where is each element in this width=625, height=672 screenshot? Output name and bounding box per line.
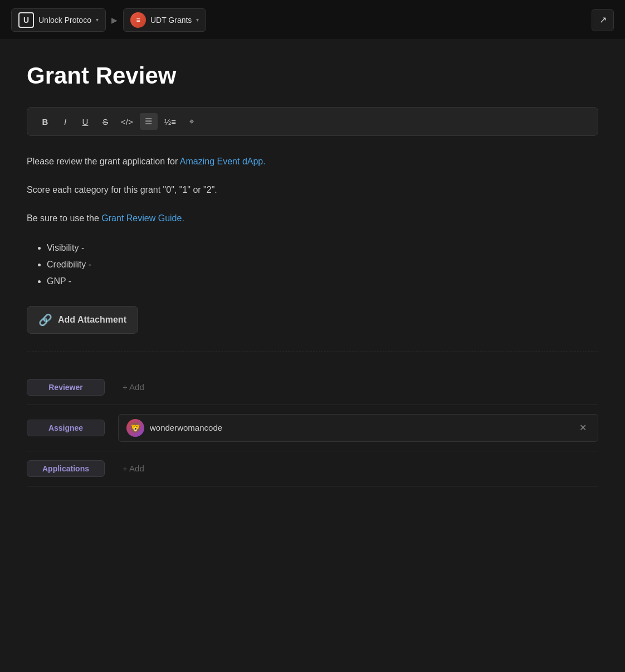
- section-divider: [27, 352, 598, 352]
- paragraph-3: Be sure to use the Grant Review Guide.: [27, 211, 598, 226]
- topbar-left: U Unlock Protoco ▾ ▶ ≡ UDT Grants ▾: [11, 8, 206, 32]
- reviewer-row: Reviewer + Add: [27, 370, 598, 405]
- brand-chevron-icon: ▾: [96, 17, 99, 23]
- breadcrumb-separator-icon: ▶: [111, 16, 118, 25]
- bold-button[interactable]: B: [36, 113, 54, 130]
- applications-row: Applications + Add: [27, 451, 598, 486]
- paragraph-2: Score each category for this grant "0", …: [27, 182, 598, 197]
- assignee-remove-button[interactable]: ✕: [576, 421, 590, 434]
- italic-button[interactable]: I: [56, 113, 74, 130]
- applications-label[interactable]: Applications: [27, 460, 105, 477]
- add-attachment-button[interactable]: 🔗 Add Attachment: [27, 306, 138, 334]
- project-name: UDT Grants: [150, 16, 192, 25]
- category-list: Visibility - Credibility - GNP -: [27, 240, 598, 290]
- strikethrough-button[interactable]: S: [96, 113, 114, 130]
- list-item: GNP -: [47, 273, 598, 290]
- page-title: Grant Review: [27, 62, 598, 89]
- link-button[interactable]: ⌖: [183, 113, 201, 130]
- main-content: Grant Review B I U S </> ☰ ½≡ ⌖ Please r…: [0, 40, 625, 509]
- assignee-name: wonderwomancode: [150, 423, 570, 432]
- project-button[interactable]: ≡ UDT Grants ▾: [123, 8, 206, 32]
- attachment-label: Add Attachment: [58, 315, 126, 325]
- attachment-icon: 🔗: [38, 313, 52, 327]
- expand-button[interactable]: ↗: [592, 9, 614, 31]
- reviewer-label[interactable]: Reviewer: [27, 379, 105, 396]
- review-guide-link[interactable]: Grant Review Guide.: [101, 213, 184, 223]
- reviewer-value: + Add: [118, 380, 598, 394]
- formatting-toolbar: B I U S </> ☰ ½≡ ⌖: [27, 107, 598, 136]
- assignee-row: Assignee 🦁 wonderwomancode ✕: [27, 405, 598, 451]
- assignee-value: 🦁 wonderwomancode ✕: [118, 414, 598, 442]
- reviewer-add-button[interactable]: + Add: [118, 380, 149, 394]
- properties-section: Reviewer + Add Assignee 🦁 wonderwomancod…: [27, 370, 598, 486]
- brand-logo-icon: U: [18, 12, 34, 28]
- assignee-label[interactable]: Assignee: [27, 420, 105, 436]
- assignee-avatar: 🦁: [126, 419, 144, 437]
- list-item: Visibility -: [47, 240, 598, 256]
- brand-button[interactable]: U Unlock Protoco ▾: [11, 8, 106, 32]
- paragraph-1: Please review the grant application for …: [27, 154, 598, 169]
- ordered-list-button[interactable]: ½≡: [160, 113, 180, 130]
- expand-icon: ↗: [599, 14, 607, 25]
- applications-add-button[interactable]: + Add: [118, 461, 149, 475]
- underline-button[interactable]: U: [76, 113, 94, 130]
- brand-name: Unlock Protoco: [38, 16, 91, 25]
- code-button[interactable]: </>: [116, 113, 138, 130]
- applications-value: + Add: [118, 461, 598, 475]
- assignee-tag: 🦁 wonderwomancode ✕: [118, 414, 598, 442]
- project-avatar-icon: ≡: [130, 12, 146, 28]
- topbar: U Unlock Protoco ▾ ▶ ≡ UDT Grants ▾ ↗: [0, 0, 625, 40]
- bullet-list-button[interactable]: ☰: [140, 113, 158, 130]
- amazing-event-link[interactable]: Amazing Event dApp.: [180, 157, 266, 166]
- project-chevron-icon: ▾: [196, 17, 199, 23]
- list-item: Credibility -: [47, 256, 598, 273]
